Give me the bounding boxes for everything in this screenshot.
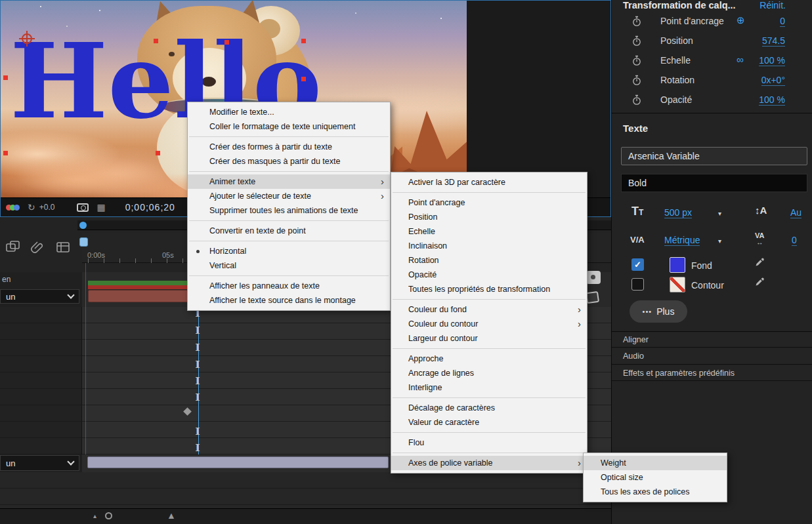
zoom-out-icon[interactable]: ▴ [93,512,96,519]
menu-item-optical-size[interactable]: Optical size [584,470,727,485]
paperclip-icon[interactable] [30,239,47,256]
time-navigator-handle[interactable] [79,222,87,229]
stroke-label: Contour [691,280,724,291]
position-value[interactable]: 574.5 [762,35,785,47]
menu-item-position[interactable]: Position [391,210,587,224]
track-matte-dropdown-2[interactable]: un [0,455,79,471]
font-style-dropdown[interactable]: Bold [621,174,807,192]
font-size-caret-icon[interactable]: ▾ [718,210,721,217]
stroke-color-swatch[interactable] [670,277,685,292]
menu-item-afficher-panneaux[interactable]: Afficher les panneaux de texte [188,279,390,293]
text-cursor-marker[interactable]: I [193,426,202,437]
selection-handle[interactable] [154,39,158,43]
link-dimensions-icon[interactable]: ∞ [737,54,744,65]
menu-item-largeur-contour[interactable]: Largeur du contour [391,331,587,346]
menu-item-afficher-texte-source[interactable]: Afficher le texte source dans le montage [188,293,390,308]
channels-icon[interactable] [6,201,20,213]
fill-eyedropper-icon[interactable] [755,257,765,270]
anchor-point-value[interactable]: 0 [780,16,785,27]
track-matte-dropdown-1[interactable]: un [0,289,79,304]
menu-item-decalage-caracteres[interactable]: Décalage de caractères [391,401,587,415]
composition-frames-icon[interactable] [5,239,22,256]
plus-button[interactable]: ••• Plus [630,300,687,323]
menu-item-horizontal[interactable]: Horizontal [188,244,390,258]
work-area-handle[interactable] [79,237,88,247]
menu-item-interligne[interactable]: Interligne [391,380,587,395]
scale-value[interactable]: 100 % [759,55,785,66]
menu-item-ancrage-lignes[interactable]: Ancrage de lignes [391,366,587,380]
reset-exposure-icon[interactable]: ↻ [28,202,35,212]
anchor-target-icon[interactable]: ⊕ [737,14,745,26]
selection-handle[interactable] [301,77,306,81]
kerning-mode-value[interactable]: Métrique [664,235,700,246]
exposure-value[interactable]: +0.0 [39,203,55,212]
menu-item-supprimer-animations[interactable]: Supprimer toutes les animations de texte [188,203,390,218]
reset-button[interactable]: Réinit. [759,0,786,10]
stroke-eyedropper-icon[interactable] [755,277,765,289]
menu-item-couleur-contour[interactable]: Couleur du contour› [391,317,587,331]
menu-item-inclinaison[interactable]: Inclinaison [391,239,587,253]
selection-handle[interactable] [3,151,8,155]
text-cursor-marker[interactable]: I [193,342,202,353]
menu-item-activer-3d[interactable]: Activer la 3D par caractère [391,175,587,190]
anchor-point-indicator[interactable] [22,33,32,44]
zoom-in-icon[interactable]: ▲ [167,510,176,521]
film-frame-icon[interactable] [55,239,72,256]
menu-item-valeur-caractere[interactable]: Valeur de caractère [391,415,587,430]
menu-item-rotation[interactable]: Rotation [391,253,587,268]
rotation-value[interactable]: 0x+0° [761,75,785,86]
menu-item-point-ancrage[interactable]: Point d'ancrage [391,195,587,210]
font-size-value[interactable]: 500 px [664,207,692,218]
menu-item-vertical[interactable]: Vertical [188,258,390,273]
stopwatch-icon[interactable] [632,16,641,30]
stroke-checkbox[interactable] [631,278,644,291]
text-cursor-marker[interactable]: I [193,375,202,387]
text-cursor-marker[interactable]: I [193,359,202,371]
menu-item-flou[interactable]: Flou [391,435,587,450]
selection-handle[interactable] [301,39,306,43]
fill-color-swatch[interactable] [670,257,685,273]
auto-leading-value[interactable]: Au [790,207,801,218]
menu-item-toutes-proprietes[interactable]: Toutes les propriétés de transformation [391,282,587,296]
opacity-value[interactable]: 100 % [759,94,785,106]
menu-item-echelle[interactable]: Echelle [391,224,587,239]
menu-item-convertir-texte-point[interactable]: Convertir en texte de point [188,224,390,238]
layer-tool-icon[interactable] [586,291,599,304]
layer-duration-bar[interactable] [88,290,198,302]
selection-handle[interactable] [224,40,229,45]
stopwatch-icon[interactable] [632,75,641,89]
section-aligner[interactable]: Aligner [612,333,812,348]
selection-handle[interactable] [156,151,160,155]
fill-checkbox[interactable]: ✓ [631,258,644,271]
selected-layer-duration-bar[interactable] [87,456,389,468]
menu-item-tous-axes[interactable]: Tous les axes de polices [584,485,727,499]
section-effects-presets[interactable]: Effets et paramètres prédéfinis [612,366,812,381]
menu-item-animer-texte[interactable]: Animer texte› [188,174,390,189]
menu-item-approche[interactable]: Approche [391,352,587,366]
section-audio[interactable]: Audio [612,349,812,365]
menu-item-axes-police-variable[interactable]: Axes de police variable› [391,456,587,470]
current-timecode[interactable]: 0;00;06;20 [125,202,175,212]
hand-tool-icon[interactable] [586,271,601,284]
menu-item-creer-masques[interactable]: Créer des masques à partir du texte [188,154,390,169]
menu-item-opacite[interactable]: Opacité [391,268,587,282]
menu-item-modifier-le-texte[interactable]: Modifier le texte... [188,105,390,119]
stopwatch-icon[interactable] [632,55,641,69]
text-cursor-marker[interactable]: I [193,392,202,403]
stopwatch-icon[interactable] [632,94,641,108]
selection-handle[interactable] [3,75,8,80]
stopwatch-icon[interactable] [632,35,641,49]
menu-item-weight[interactable]: Weight [584,456,727,470]
menu-item-ajouter-selecteur[interactable]: Ajouter le sélecteur de texte› [188,189,390,203]
menu-item-creer-formes[interactable]: Créer des formes à partir du texte [188,140,390,154]
snapshot-camera-icon[interactable] [77,203,89,212]
text-cursor-marker[interactable]: I [193,442,202,454]
font-family-field[interactable]: Arsenica Variable [621,147,807,165]
text-cursor-marker[interactable]: I [193,325,202,336]
menu-item-couleur-fond[interactable]: Couleur du fond› [391,302,587,317]
kerning-caret-icon[interactable]: ▾ [718,237,721,245]
menu-item-coller-formatage[interactable]: Coller le formatage de texte uniquement [188,119,390,134]
grid-guides-icon[interactable]: ▦ [96,202,105,212]
zoom-slider-knob[interactable] [105,512,112,519]
tracking-value[interactable]: 0 [792,235,797,246]
